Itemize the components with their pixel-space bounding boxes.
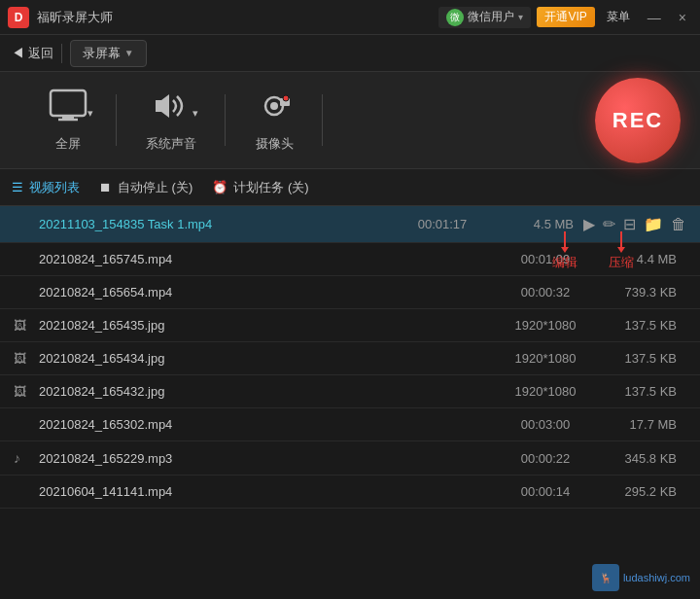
file-name: 20210824_165229.mp3 xyxy=(39,451,502,466)
file-name: 20210824_165745.mp4 xyxy=(39,252,502,266)
vip-button[interactable]: 开通VIP xyxy=(537,7,594,27)
file-row[interactable]: 20210824_165302.mp4 00:03:00 17.7 MB xyxy=(0,408,700,441)
file-duration: 1920*1080 xyxy=(502,318,589,333)
user-label: 微信用户 xyxy=(468,9,514,25)
file-name: 20210824_165432.jpg xyxy=(39,384,502,399)
file-size: 345.8 KB xyxy=(589,451,677,466)
watermark: 🦌 ludashiwj.com xyxy=(592,564,690,591)
menu-button[interactable]: 菜单 xyxy=(601,7,636,27)
file-row[interactable]: ♪ 20210824_165229.mp3 00:00:22 345.8 KB xyxy=(0,441,700,476)
file-size: 295.2 KB xyxy=(589,484,677,499)
audio-label: 系统声音 xyxy=(146,135,196,153)
watermark-site: ludashiwj.com xyxy=(623,572,690,583)
controls-row: ▾ 全屏 ▾ 系统声音 摄像头 REC xyxy=(0,72,700,169)
file-row[interactable]: 20210824_165745.mp4 00:01:09 4.4 MB xyxy=(0,243,700,276)
camera-label: 摄像头 xyxy=(256,135,294,153)
file-type-icon: 🖼 xyxy=(14,351,33,366)
compress-action-icon[interactable]: ⊟ xyxy=(623,215,636,233)
camera-control[interactable]: 摄像头 xyxy=(226,88,323,153)
camera-icon xyxy=(255,88,294,123)
back-button[interactable]: ◀ 返回 xyxy=(12,45,53,62)
file-type-icon: ♪ xyxy=(14,450,33,466)
fullscreen-control[interactable]: ▾ 全屏 xyxy=(19,88,117,153)
rec-label: REC xyxy=(612,108,663,133)
file-duration: 00:00:22 xyxy=(502,451,589,466)
minimize-button[interactable]: — xyxy=(642,8,667,27)
watermark-logo-text: 🦌 xyxy=(600,573,612,583)
fullscreen-label: 全屏 xyxy=(55,135,81,153)
tab-auto-stop-label: 自动停止 (关) xyxy=(118,179,192,196)
title-bar-controls: 微 微信用户 ▾ 开通VIP 菜单 — × xyxy=(438,7,692,28)
svg-rect-0 xyxy=(51,90,86,116)
tab-schedule-icon: ⏰ xyxy=(212,180,228,194)
file-duration: 00:00:14 xyxy=(502,484,589,499)
user-dropdown-arrow: ▾ xyxy=(518,12,523,22)
user-info[interactable]: 微 微信用户 ▾ xyxy=(438,7,531,28)
record-mode-label: 录屏幕 xyxy=(83,45,121,62)
file-duration: 1920*1080 xyxy=(502,384,589,399)
app-logo: D xyxy=(8,7,29,28)
tab-video-list-label: 视频列表 xyxy=(29,179,80,196)
rec-button[interactable]: REC xyxy=(595,78,681,163)
file-type-icon: 🖼 xyxy=(14,318,33,333)
file-duration: 00:01:17 xyxy=(399,217,486,231)
file-actions: ▶ ✏ ⊟ 📁 🗑 xyxy=(583,215,686,233)
tab-auto-stop-icon: ⏹ xyxy=(99,180,112,194)
svg-point-7 xyxy=(283,95,289,101)
play-action-icon[interactable]: ▶ xyxy=(583,215,595,233)
file-size: 739.3 KB xyxy=(589,285,677,300)
file-name: 20210824_165654.mp4 xyxy=(39,285,502,300)
file-size: 17.7 MB xyxy=(589,417,677,432)
toolbar-divider xyxy=(61,44,62,63)
tab-video-list[interactable]: ☰ 视频列表 xyxy=(12,179,80,196)
watermark-logo: 🦌 xyxy=(592,564,619,591)
file-name: 20210824_165302.mp4 xyxy=(39,417,502,432)
tab-auto-stop[interactable]: ⏹ 自动停止 (关) xyxy=(99,179,192,196)
file-duration: 1920*1080 xyxy=(502,351,589,366)
monitor-icon xyxy=(49,88,88,123)
file-row[interactable]: 20211103_154835 Task 1.mp4 00:01:17 4.5 … xyxy=(0,206,700,243)
file-size: 4.5 MB xyxy=(486,217,574,231)
file-row[interactable]: 20210824_165654.mp4 00:00:32 739.3 KB xyxy=(0,276,700,309)
tab-bar: ☰ 视频列表 ⏹ 自动停止 (关) ⏰ 计划任务 (关) xyxy=(0,169,700,206)
file-name: 20210824_165434.jpg xyxy=(39,351,502,366)
file-size: 137.5 KB xyxy=(589,351,677,366)
svg-point-5 xyxy=(270,102,278,110)
file-row[interactable]: 🖼 20210824_165434.jpg 1920*1080 137.5 KB xyxy=(0,342,700,375)
edit-action-icon[interactable]: ✏ xyxy=(603,215,615,233)
file-name: 20211103_154835 Task 1.mp4 xyxy=(39,217,399,231)
file-list: 20211103_154835 Task 1.mp4 00:01:17 4.5 … xyxy=(0,206,700,509)
file-row[interactable]: 🖼 20210824_165435.jpg 1920*1080 137.5 KB xyxy=(0,309,700,342)
record-mode-button[interactable]: 录屏幕 ▼ xyxy=(70,40,147,67)
file-duration: 00:01:09 xyxy=(502,252,589,266)
file-name: 20210824_165435.jpg xyxy=(39,318,502,333)
close-button[interactable]: × xyxy=(673,8,692,27)
tab-video-list-icon: ☰ xyxy=(12,180,23,194)
avatar: 微 xyxy=(446,9,464,26)
app-title: 福昕录屏大师 xyxy=(37,9,438,26)
folder-action-icon[interactable]: 📁 xyxy=(644,215,663,233)
title-bar: D 福昕录屏大师 微 微信用户 ▾ 开通VIP 菜单 — × xyxy=(0,0,700,35)
file-duration: 00:03:00 xyxy=(502,417,589,432)
speaker-icon xyxy=(150,88,192,123)
back-label: ◀ 返回 xyxy=(12,45,53,62)
file-name: 20210604_141141.mp4 xyxy=(39,484,502,499)
audio-control[interactable]: ▾ 系统声音 xyxy=(117,88,226,153)
delete-action-icon[interactable]: 🗑 xyxy=(671,216,686,233)
svg-marker-3 xyxy=(156,94,169,118)
file-row[interactable]: 🖼 20210824_165432.jpg 1920*1080 137.5 KB xyxy=(0,375,700,408)
logo-text: D xyxy=(15,11,23,24)
main-content: 20211103_154835 Task 1.mp4 00:01:17 4.5 … xyxy=(0,206,700,599)
record-mode-dropdown-arrow: ▼ xyxy=(124,48,134,58)
audio-dropdown-indicator: ▾ xyxy=(192,107,198,120)
file-row[interactable]: 20210604_141141.mp4 00:00:14 295.2 KB xyxy=(0,476,700,509)
tab-schedule[interactable]: ⏰ 计划任务 (关) xyxy=(212,179,308,196)
fullscreen-dropdown-indicator: ▾ xyxy=(88,107,93,120)
file-size: 137.5 KB xyxy=(589,318,677,333)
file-size: 137.5 KB xyxy=(589,384,677,399)
toolbar: ◀ 返回 录屏幕 ▼ xyxy=(0,35,700,72)
file-type-icon: 🖼 xyxy=(14,384,33,399)
tab-schedule-label: 计划任务 (关) xyxy=(233,179,308,196)
file-duration: 00:00:32 xyxy=(502,285,589,300)
file-size: 4.4 MB xyxy=(589,252,677,266)
